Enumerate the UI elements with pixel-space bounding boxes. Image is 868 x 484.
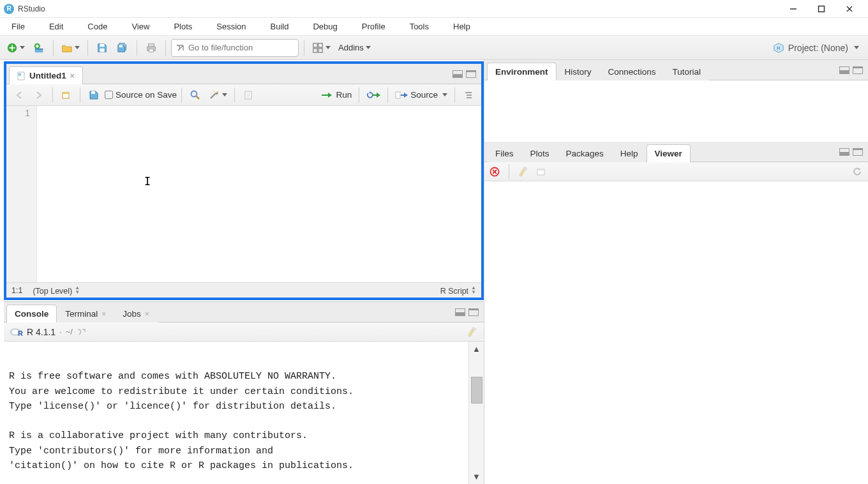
run-label: Run (336, 90, 352, 100)
view-dir-icon[interactable] (77, 328, 86, 337)
goto-arrow-icon (176, 43, 184, 52)
file-type-selector[interactable]: R Script▲▼ (440, 285, 476, 296)
tab-help[interactable]: Help (612, 144, 647, 162)
save-button[interactable] (93, 39, 111, 57)
pane-maximize-icon[interactable] (468, 308, 479, 316)
svg-rect-19 (313, 48, 317, 52)
source-editor[interactable]: 1 I (6, 106, 481, 282)
cursor-position: 1:1 (11, 286, 22, 295)
app-icon: R (4, 4, 14, 14)
tab-packages[interactable]: Packages (558, 144, 612, 162)
menu-session[interactable]: Session (210, 20, 264, 33)
menu-file[interactable]: File (5, 20, 43, 33)
pane-minimize-icon[interactable] (839, 66, 849, 74)
svg-rect-9 (36, 45, 39, 47)
clear-console-button[interactable] (467, 326, 479, 338)
tab-tutorial[interactable]: Tutorial (664, 63, 710, 80)
svg-text:R: R (18, 329, 23, 337)
app-title: RStudio (18, 4, 45, 13)
tab-viewer[interactable]: Viewer (647, 144, 691, 162)
svg-rect-12 (100, 48, 104, 51)
menu-view[interactable]: View (125, 20, 167, 33)
tab-history[interactable]: History (557, 63, 600, 80)
clear-viewer-button[interactable] (518, 166, 530, 178)
menu-edit[interactable]: Edit (43, 20, 81, 33)
window-close-button[interactable] (844, 3, 855, 15)
svg-rect-40 (396, 92, 400, 98)
source-button[interactable]: Source (393, 86, 450, 104)
addins-menu[interactable]: Addins (336, 43, 373, 52)
compile-report-button[interactable] (239, 86, 257, 104)
menu-plots[interactable]: Plots (167, 20, 210, 33)
console-scrollbar[interactable]: ▲ ▼ (468, 342, 484, 484)
find-button[interactable] (186, 86, 204, 104)
svg-rect-54 (537, 169, 544, 170)
tab-environment[interactable]: Environment (487, 63, 557, 80)
svg-point-29 (191, 91, 197, 96)
menu-debug[interactable]: Debug (306, 20, 355, 33)
source-tab[interactable]: R Untitled1 × (9, 66, 83, 84)
new-project-button[interactable] (30, 39, 48, 57)
svg-rect-6 (10, 47, 15, 49)
rerun-button[interactable] (364, 86, 383, 104)
show-in-new-window-button[interactable] (57, 86, 75, 104)
r-logo-icon: R (9, 327, 23, 337)
pane-maximize-icon[interactable] (853, 66, 863, 74)
pane-minimize-icon[interactable] (839, 148, 849, 156)
main-toolbar: Addins R Project: (None) (0, 36, 868, 60)
scroll-down-icon[interactable]: ▼ (472, 472, 481, 481)
tab-terminal[interactable]: Terminal× (57, 305, 114, 322)
open-file-button[interactable] (59, 39, 82, 57)
console-output[interactable]: R is free software and comes with ABSOLU… (4, 342, 468, 484)
refresh-viewer-button[interactable] (851, 166, 863, 178)
close-icon[interactable]: × (101, 310, 106, 319)
export-viewer-button[interactable] (536, 167, 548, 177)
source-statusbar: 1:1 (Top Level)▲▼ R Script▲▼ (6, 282, 481, 298)
menu-code[interactable]: Code (81, 20, 125, 33)
tab-files[interactable]: Files (487, 144, 522, 162)
svg-rect-18 (318, 43, 322, 47)
save-all-button[interactable] (114, 39, 131, 57)
window-maximize-button[interactable] (816, 3, 827, 15)
pane-minimize-icon[interactable] (455, 308, 465, 316)
scroll-up-icon[interactable]: ▲ (472, 344, 481, 354)
close-tab-icon[interactable]: × (70, 72, 75, 80)
tab-plots[interactable]: Plots (522, 144, 558, 162)
tab-jobs[interactable]: Jobs× (114, 305, 158, 322)
pane-maximize-icon[interactable] (853, 148, 863, 156)
pane-minimize-icon[interactable] (453, 70, 463, 78)
run-button[interactable]: Run (318, 86, 354, 104)
console-pane: Console Terminal× Jobs× R R 4.1.1 · ~/ (4, 301, 484, 484)
nav-back-button[interactable] (10, 86, 28, 104)
menu-build[interactable]: Build (264, 20, 307, 33)
menu-profile[interactable]: Profile (355, 20, 403, 33)
code-tools-button[interactable] (206, 86, 230, 104)
nav-forward-button[interactable] (30, 86, 48, 104)
svg-line-30 (197, 96, 200, 99)
tab-console[interactable]: Console (6, 305, 57, 322)
project-menu[interactable]: R Project: (None) (773, 42, 864, 54)
viewer-pane: Files Plots Packages Help Viewer (484, 142, 868, 484)
scope-selector[interactable]: (Top Level)▲▼ (33, 285, 80, 296)
save-source-button[interactable] (85, 86, 103, 104)
checkbox-icon (105, 91, 113, 99)
menu-help[interactable]: Help (447, 20, 488, 33)
window-minimize-button[interactable] (788, 3, 799, 15)
outline-button[interactable] (460, 86, 477, 104)
new-file-button[interactable] (4, 39, 27, 57)
menu-tools[interactable]: Tools (403, 20, 447, 33)
tab-connections[interactable]: Connections (600, 63, 664, 80)
source-pane: R Untitled1 × Source (4, 61, 484, 300)
goto-file-function-input[interactable] (171, 39, 299, 57)
svg-point-33 (213, 91, 214, 92)
remove-viewer-item-button[interactable] (490, 167, 500, 177)
source-on-save-toggle[interactable]: Source on Save (105, 90, 177, 100)
close-icon[interactable]: × (145, 310, 149, 319)
console-header: R R 4.1.1 · ~/ (4, 322, 484, 342)
print-button[interactable] (142, 39, 160, 57)
environment-pane: Environment History Connections Tutorial (484, 60, 868, 142)
pane-maximize-icon[interactable] (466, 70, 476, 78)
workspace-panes-button[interactable] (310, 39, 333, 57)
goto-input[interactable] (188, 43, 294, 52)
svg-point-32 (211, 93, 212, 94)
